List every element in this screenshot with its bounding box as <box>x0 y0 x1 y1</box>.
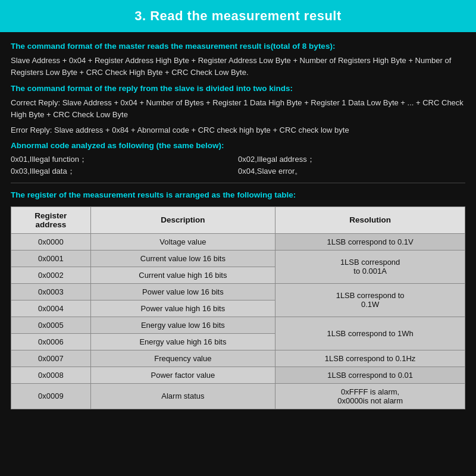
cell-description: Energy value low 16 bits <box>90 317 275 333</box>
col-header-resolution: Resolution <box>275 206 465 233</box>
abnormal-row-1: 0x01,Illegal function； 0x02,Illegal addr… <box>11 154 465 165</box>
cell-address: 0x0009 <box>11 383 91 409</box>
cmd-format-header: The command format of the master reads t… <box>11 40 465 52</box>
cell-resolution: 0xFFFF is alarm, 0x0000is not alarm <box>275 383 465 409</box>
cell-description: Power value low 16 bits <box>90 283 275 300</box>
cell-address: 0x0000 <box>11 233 91 250</box>
cell-address: 0x0008 <box>11 367 91 383</box>
cell-description: Current value high 16 bits <box>90 267 275 283</box>
col-header-address: Registeraddress <box>11 206 91 233</box>
cell-description: Frequency value <box>90 350 275 367</box>
cell-address: 0x0004 <box>11 300 91 317</box>
table-row: 0x0003Power value low 16 bits1LSB corres… <box>11 283 465 300</box>
content-area: The command format of the master reads t… <box>0 32 476 476</box>
table-row: 0x0005Energy value low 16 bits1LSB corre… <box>11 317 465 333</box>
cell-address: 0x0003 <box>11 283 91 300</box>
abnormal-col2-row2: 0x04,Slave error。 <box>238 166 465 177</box>
cell-resolution: 1LSB correspond to 0.1V <box>275 233 465 250</box>
reply-header: The command format of the reply from the… <box>11 83 465 95</box>
abnormal-header: Abnormal code analyzed as following (the… <box>11 140 465 152</box>
reply-correct: Correct Reply: Slave Address + 0x04 + Nu… <box>11 97 465 121</box>
cell-description: Voltage value <box>90 233 275 250</box>
abnormal-col2-row1: 0x02,Illegal address； <box>238 154 465 165</box>
register-table: Registeraddress Description Resolution 0… <box>11 206 465 409</box>
abnormal-row-2: 0x03,Illegal data； 0x04,Slave error。 <box>11 166 465 177</box>
cell-address: 0x0002 <box>11 267 91 283</box>
table-header-row: Registeraddress Description Resolution <box>11 206 465 233</box>
cell-resolution: 1LSB correspond to 1Wh <box>275 317 465 350</box>
cell-resolution: 1LSB correspond to 0.001A <box>275 250 465 283</box>
cell-address: 0x0005 <box>11 317 91 333</box>
cell-description: Power value high 16 bits <box>90 300 275 317</box>
cell-address: 0x0001 <box>11 250 91 267</box>
table-row: 0x0007Frequency value1LSB correspond to … <box>11 350 465 367</box>
cell-address: 0x0006 <box>11 333 91 350</box>
table-row: 0x0009Alarm status0xFFFF is alarm, 0x000… <box>11 383 465 409</box>
divider <box>11 183 465 183</box>
cell-description: Energy value high 16 bits <box>90 333 275 350</box>
table-row: 0x0008Power factor value1LSB correspond … <box>11 367 465 383</box>
reply-error: Error Reply: Slave address + 0x84 + Abno… <box>11 124 465 136</box>
table-row: 0x0001Current value low 16 bits1LSB corr… <box>11 250 465 267</box>
table-intro: The register of the measurement results … <box>11 189 465 201</box>
cell-description: Current value low 16 bits <box>90 250 275 267</box>
cell-address: 0x0007 <box>11 350 91 367</box>
col-header-description: Description <box>90 206 275 233</box>
page-title: 3. Read the measurement result <box>0 0 476 32</box>
cell-resolution: 1LSB correspond to 0.1W <box>275 283 465 317</box>
table-row: 0x0000Voltage value1LSB correspond to 0.… <box>11 233 465 250</box>
abnormal-col1-row1: 0x01,Illegal function； <box>11 154 238 165</box>
cell-resolution: 1LSB correspond to 0.1Hz <box>275 350 465 367</box>
cell-description: Power factor value <box>90 367 275 383</box>
cell-resolution: 1LSB correspond to 0.01 <box>275 367 465 383</box>
abnormal-col1-row2: 0x03,Illegal data； <box>11 166 238 177</box>
cell-description: Alarm status <box>90 383 275 409</box>
page: 3. Read the measurement result The comma… <box>0 0 476 476</box>
cmd-format-body: Slave Address + 0x04 + Register Address … <box>11 55 465 79</box>
